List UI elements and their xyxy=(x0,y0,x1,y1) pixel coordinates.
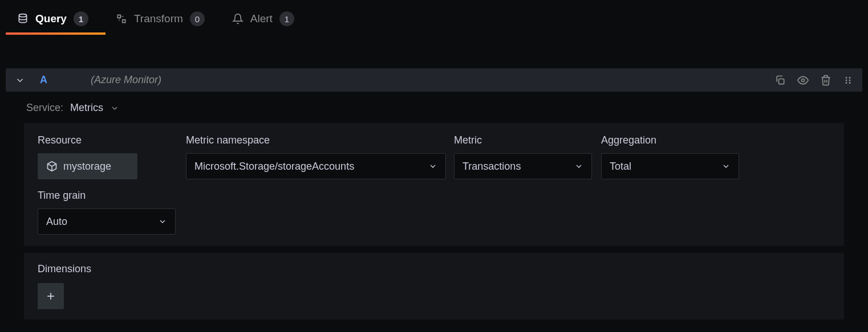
chevron-down-icon xyxy=(158,217,167,226)
chevron-down-icon xyxy=(574,162,583,171)
tab-count-badge: 1 xyxy=(279,11,294,26)
svg-rect-1 xyxy=(779,79,784,84)
metric-fields-panel: Resource mystorage Metric namespace Micr… xyxy=(24,123,844,246)
svg-point-3 xyxy=(846,77,847,79)
namespace-select[interactable]: Microsoft.Storage/storageAccounts xyxy=(186,153,446,179)
svg-point-5 xyxy=(846,79,847,81)
eye-icon[interactable] xyxy=(797,75,809,86)
copy-icon[interactable] xyxy=(774,75,786,86)
bell-icon xyxy=(232,13,244,24)
namespace-label: Metric namespace xyxy=(186,134,454,146)
metric-value: Transactions xyxy=(463,161,521,173)
cube-icon xyxy=(46,161,58,172)
tab-label: Alert xyxy=(250,13,273,25)
svg-point-7 xyxy=(846,82,847,84)
dimensions-panel: Dimensions + xyxy=(24,253,844,319)
tab-transform[interactable]: Transform 0 xyxy=(116,6,205,34)
aggregation-select[interactable]: Total xyxy=(601,153,739,179)
database-icon xyxy=(17,13,29,24)
service-value[interactable]: Metrics xyxy=(70,102,103,114)
tab-label: Query xyxy=(35,13,67,25)
chevron-down-icon[interactable] xyxy=(15,75,25,85)
svg-point-2 xyxy=(802,79,805,81)
timegrain-select[interactable]: Auto xyxy=(38,208,176,235)
chevron-down-icon[interactable] xyxy=(110,104,119,113)
resource-value: mystorage xyxy=(63,161,111,173)
svg-point-4 xyxy=(849,77,851,79)
resource-label: Resource xyxy=(38,134,186,146)
tab-query[interactable]: Query 1 xyxy=(17,6,88,34)
svg-point-0 xyxy=(19,14,26,17)
timegrain-label: Time grain xyxy=(38,190,830,202)
transform-icon xyxy=(116,13,127,24)
add-dimension-button[interactable]: + xyxy=(38,283,64,309)
plus-icon: + xyxy=(47,288,55,304)
timegrain-value: Auto xyxy=(46,216,67,228)
aggregation-value: Total xyxy=(610,161,631,173)
tab-count-badge: 0 xyxy=(190,11,205,26)
chevron-down-icon xyxy=(428,162,437,171)
metric-label: Metric xyxy=(454,134,601,146)
trash-icon[interactable] xyxy=(820,75,832,86)
tab-alert[interactable]: Alert 1 xyxy=(232,6,294,34)
tabs-bar: Query 1 Transform 0 Alert 1 xyxy=(0,0,868,34)
chevron-down-icon xyxy=(721,162,731,171)
svg-point-6 xyxy=(849,79,851,81)
aggregation-label: Aggregation xyxy=(601,134,740,146)
query-actions xyxy=(774,75,853,86)
dimensions-label: Dimensions xyxy=(38,263,830,275)
svg-point-8 xyxy=(849,82,851,84)
metric-select[interactable]: Transactions xyxy=(454,153,592,179)
query-ref-id[interactable]: A xyxy=(35,74,52,86)
service-label: Service: xyxy=(26,102,63,114)
query-datasource-name: (Azure Monitor) xyxy=(62,74,764,86)
resource-picker[interactable]: mystorage xyxy=(38,153,137,179)
tab-count-badge: 1 xyxy=(74,11,88,26)
drag-handle-icon[interactable] xyxy=(843,75,853,85)
query-header: A (Azure Monitor) xyxy=(6,68,862,92)
service-selector-row: Service: Metrics xyxy=(6,92,862,123)
tab-label: Transform xyxy=(134,13,183,25)
namespace-value: Microsoft.Storage/storageAccounts xyxy=(194,161,354,173)
